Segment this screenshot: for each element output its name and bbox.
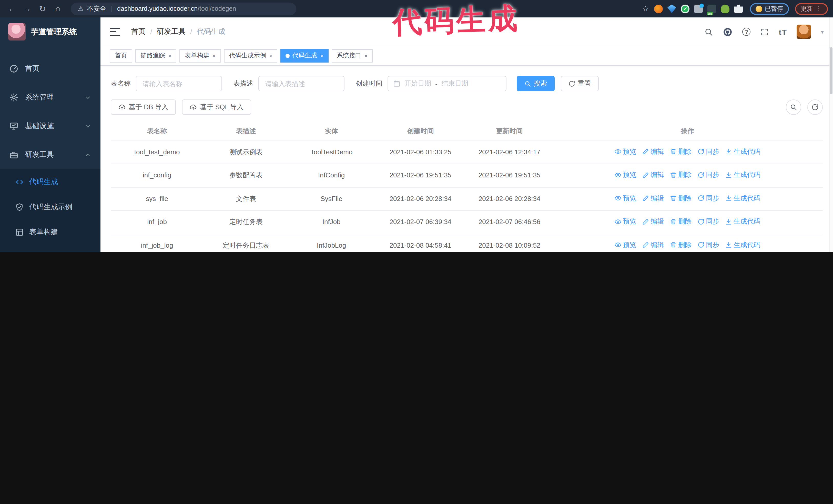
预览-link[interactable]: 预览 [615,169,636,181]
column-header-更新时间: 更新时间 [467,122,552,141]
cell-actions: 预览编辑删除同步生成代码 [552,211,823,234]
编辑-link[interactable]: 编辑 [642,146,664,157]
table-name-label: 表名称 [111,79,131,88]
action-label: 删除 [678,239,691,250]
breadcrumb-item[interactable]: 首页 [131,27,146,37]
avatar-caret-icon[interactable]: ▾ [821,28,824,35]
column-header-实体: 实体 [289,122,374,141]
address-bar[interactable]: ⚠ 不安全 | dashboard.yudao.iocoder.cn/tool/… [71,2,296,15]
编辑-link[interactable]: 编辑 [642,193,664,204]
fullscreen-icon[interactable] [760,27,769,36]
date-separator: - [435,80,437,88]
生成代码-link[interactable]: 生成代码 [725,169,760,181]
编辑-link[interactable]: 编辑 [642,216,664,227]
同步-link[interactable]: 同步 [698,193,719,204]
browser-home-icon[interactable]: ⌂ [51,2,65,16]
同步-link[interactable]: 同步 [698,239,719,250]
bookmark-star-icon[interactable]: ☆ [642,4,649,13]
profile-paused-badge[interactable]: 已暂停 [750,3,789,15]
import-db-button[interactable]: 基于 DB 导入 [111,99,176,115]
同步-link[interactable]: 同步 [698,216,719,227]
browser-update-button[interactable]: 更新 ⋮ [795,3,828,15]
sidebar-toggle-icon[interactable] [110,28,120,36]
tab-链路追踪[interactable]: 链路追踪× [135,49,176,62]
chrome-menu-icon[interactable]: ⋮ [815,5,822,12]
编辑-link[interactable]: 编辑 [642,169,664,181]
scrollbar-thumb[interactable] [830,47,832,94]
extension-icon[interactable] [721,4,730,13]
生成代码-link[interactable]: 生成代码 [725,193,760,204]
tab-首页[interactable]: 首页 [110,49,132,62]
tab-系统接口[interactable]: 系统接口× [332,49,373,62]
scrollbar-track[interactable] [829,18,833,252]
close-icon[interactable]: × [364,52,368,59]
font-size-icon[interactable]: tT [779,27,787,36]
生成代码-link[interactable]: 生成代码 [725,239,760,250]
gear-icon [9,93,19,102]
extension-icon[interactable] [681,4,689,13]
预览-link[interactable]: 预览 [615,193,636,204]
sidebar-item-系统管理[interactable]: 系统管理 [0,83,100,112]
browser-forward-icon[interactable]: → [21,2,34,16]
close-icon[interactable]: × [320,52,324,59]
删除-link[interactable]: 删除 [670,216,691,227]
close-icon[interactable]: × [269,52,272,59]
browser-reload-icon[interactable]: ↻ [36,2,49,16]
sidebar-subitem-代码生成示例[interactable]: 代码生成示例 [0,194,100,219]
search-icon[interactable] [705,27,713,36]
browser-back-icon[interactable]: ← [5,2,19,16]
extension-icon[interactable] [708,4,716,13]
table-header-row: 表名称表描述实体创建时间更新时间操作 [111,122,823,141]
同步-link[interactable]: 同步 [698,146,719,157]
预览-link[interactable]: 预览 [615,146,636,157]
tab-label: 系统接口 [337,51,361,60]
date-range-picker[interactable]: 开始日期 - 结束日期 [387,76,506,91]
编辑-link[interactable]: 编辑 [642,239,664,250]
extension-icon[interactable] [667,4,676,13]
sidebar-item-首页[interactable]: 首页 [0,54,100,83]
chevron-down-icon [85,94,91,101]
url-path: /tool/codegen [198,5,236,12]
删除-link[interactable]: 删除 [670,193,691,204]
extensions-puzzle-icon[interactable] [734,4,743,13]
timestamp: 2021-02-06 01:33:25 [389,147,451,158]
extension-icon[interactable] [694,4,703,13]
tab-代码生成[interactable]: 代码生成× [281,49,329,62]
删除-link[interactable]: 删除 [670,146,691,157]
action-label: 生成代码 [734,193,760,204]
table-desc-input[interactable] [258,76,344,91]
column-header-操作: 操作 [552,122,823,141]
breadcrumb-item[interactable]: 研发工具 [157,27,186,37]
github-icon[interactable] [723,27,733,37]
help-icon[interactable]: ? [742,28,751,36]
预览-link[interactable]: 预览 [615,216,636,227]
cell-created: 2021-02-07 06:39:34 [374,211,467,234]
import-sql-button[interactable]: 基于 SQL 导入 [182,99,252,115]
action-label: 删除 [678,169,691,181]
sidebar-item-基础设施[interactable]: 基础设施 [0,112,100,141]
browser-chrome: ← → ↻ ⌂ ⚠ 不安全 | dashboard.yudao.iocoder.… [0,0,833,18]
sidebar-item-研发工具[interactable]: 研发工具 [0,141,100,169]
同步-link[interactable]: 同步 [698,169,719,181]
extension-icon[interactable] [654,4,663,13]
download-icon [725,171,732,178]
tab-代码生成示例[interactable]: 代码生成示例× [224,49,278,62]
预览-link[interactable]: 预览 [615,239,636,250]
sidebar-subitem-代码生成[interactable]: 代码生成 [0,169,100,194]
tab-表单构建[interactable]: 表单构建× [180,49,221,62]
删除-link[interactable]: 删除 [670,239,691,250]
生成代码-link[interactable]: 生成代码 [725,146,760,157]
删除-link[interactable]: 删除 [670,169,691,181]
reset-button[interactable]: 重置 [561,76,599,91]
close-icon[interactable]: × [168,52,171,59]
refresh-table-button[interactable] [807,99,823,115]
sidebar-subitem-表单构建[interactable]: 表单构建 [0,219,100,245]
action-label: 预览 [623,193,636,204]
close-icon[interactable]: × [213,52,216,59]
toggle-search-button[interactable] [786,99,801,115]
search-button[interactable]: 搜索 [517,76,555,91]
table-name-input[interactable] [136,76,222,91]
生成代码-link[interactable]: 生成代码 [725,216,760,227]
user-avatar[interactable] [797,25,811,39]
sidebar-subitem-系统接口[interactable]: 系统接口 [0,245,100,252]
